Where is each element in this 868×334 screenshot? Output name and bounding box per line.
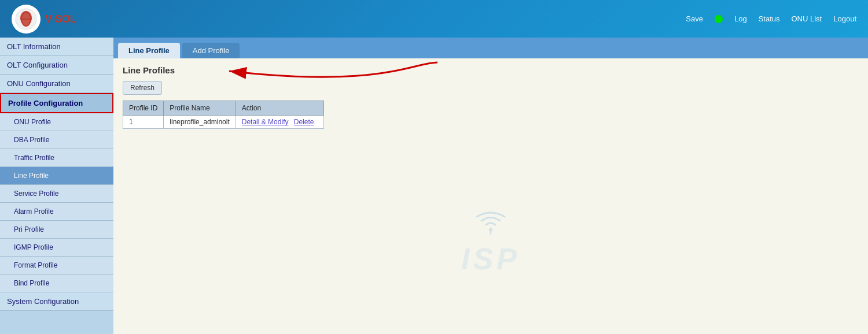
sidebar-item-system-configuration[interactable]: System Configuration <box>0 292 113 311</box>
delete-link[interactable]: Delete <box>294 118 314 126</box>
sidebar-item-line-profile[interactable]: Line Profile <box>0 167 113 185</box>
sidebar-item-traffic-profile[interactable]: Traffic Profile <box>0 149 113 167</box>
log-link[interactable]: Log <box>734 14 747 23</box>
isp-watermark: ISP <box>461 209 520 276</box>
table-row: 1 lineprofile_adminolt Detail & Modify D… <box>123 116 324 129</box>
logo-icon <box>12 5 41 34</box>
logout-link[interactable]: Logout <box>833 14 856 23</box>
content-area: Line Profiles Refresh Profile ID Profile… <box>113 58 868 136</box>
status-link[interactable]: Status <box>759 14 780 23</box>
sidebar-item-service-profile[interactable]: Service Profile <box>0 185 113 203</box>
layout: OLT Information OLT Configuration ONU Co… <box>0 38 868 334</box>
cell-profile-id: 1 <box>123 116 164 129</box>
tab-line-profile[interactable]: Line Profile <box>118 43 180 58</box>
logo-text: V·SOL <box>45 12 76 25</box>
tab-bar: Line Profile Add Profile <box>113 38 868 58</box>
sidebar-item-olt-configuration[interactable]: OLT Configuration <box>0 56 113 75</box>
logo-area: V·SOL <box>12 5 125 34</box>
sidebar-item-format-profile[interactable]: Format Profile <box>0 257 113 274</box>
sidebar-item-olt-information[interactable]: OLT Information <box>0 38 113 56</box>
sidebar-item-igmp-profile[interactable]: IGMP Profile <box>0 239 113 257</box>
refresh-button[interactable]: Refresh <box>123 81 162 95</box>
tab-add-profile[interactable]: Add Profile <box>182 43 240 58</box>
sidebar-item-bind-profile[interactable]: Bind Profile <box>0 274 113 292</box>
sidebar-item-pri-profile[interactable]: Pri Profile <box>0 221 113 239</box>
onu-list-link[interactable]: ONU List <box>792 14 822 23</box>
profile-table: Profile ID Profile Name Action 1 linepro… <box>123 101 324 129</box>
status-indicator <box>715 15 723 23</box>
wifi-icon <box>473 209 508 239</box>
sidebar-item-onu-profile[interactable]: ONU Profile <box>0 113 113 131</box>
cell-profile-name: lineprofile_adminolt <box>164 116 236 129</box>
cell-action: Detail & Modify Delete <box>236 116 323 129</box>
col-header-profile-id: Profile ID <box>123 101 164 116</box>
isp-text: ISP <box>461 242 520 276</box>
sidebar-item-onu-configuration[interactable]: ONU Configuration <box>0 75 113 93</box>
sidebar-item-alarm-profile[interactable]: Alarm Profile <box>0 203 113 221</box>
header-nav: Save Log Status ONU List Logout <box>125 14 856 23</box>
main-content: Line Profile Add Profile Line Profiles R… <box>113 38 868 334</box>
sidebar-item-dba-profile[interactable]: DBA Profile <box>0 131 113 149</box>
save-button[interactable]: Save <box>686 14 703 23</box>
sidebar-item-profile-configuration[interactable]: Profile Configuration <box>0 93 113 113</box>
col-header-action: Action <box>236 101 323 116</box>
col-header-profile-name: Profile Name <box>164 101 236 116</box>
sidebar: OLT Information OLT Configuration ONU Co… <box>0 38 113 334</box>
detail-modify-link[interactable]: Detail & Modify <box>242 118 289 126</box>
header: V·SOL Save Log Status ONU List Logout <box>0 0 868 38</box>
page-title: Line Profiles <box>123 65 859 75</box>
svg-point-4 <box>489 228 492 232</box>
